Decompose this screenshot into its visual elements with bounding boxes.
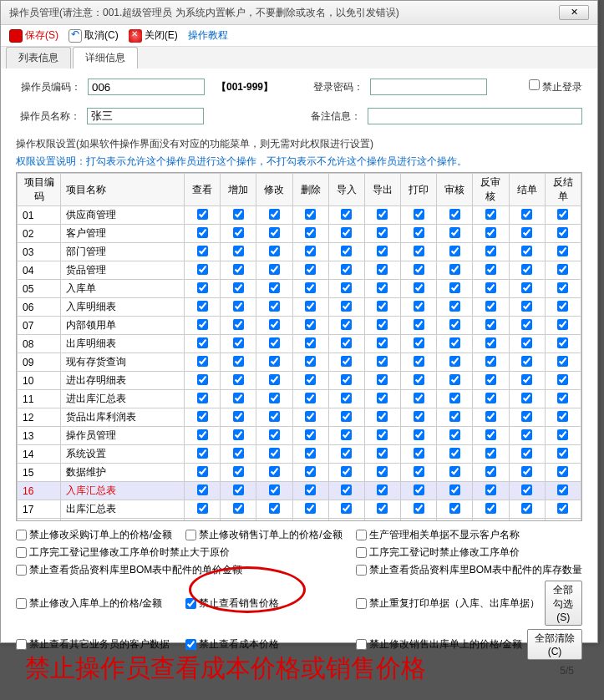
perm-checkbox[interactable] (557, 282, 568, 293)
perm-checkbox[interactable] (341, 466, 352, 477)
perm-checkbox[interactable] (269, 356, 280, 367)
perm-checkbox[interactable] (485, 521, 496, 522)
table-row[interactable]: 12货品出库利润表 (18, 408, 581, 427)
perm-checkbox[interactable] (414, 246, 424, 256)
opt-7[interactable] (356, 565, 367, 576)
perm-checkbox[interactable] (233, 227, 244, 238)
perm-checkbox[interactable] (485, 374, 496, 385)
perm-checkbox[interactable] (449, 374, 460, 385)
perm-checkbox[interactable] (449, 227, 460, 238)
perm-checkbox[interactable] (233, 356, 244, 367)
perm-checkbox[interactable] (341, 264, 352, 275)
perm-checkbox[interactable] (485, 301, 496, 312)
opt-10[interactable] (356, 598, 367, 609)
perm-checkbox[interactable] (377, 503, 388, 514)
perm-checkbox[interactable] (305, 448, 316, 459)
perm-checkbox[interactable] (414, 209, 424, 220)
perm-checkbox[interactable] (233, 319, 244, 330)
perm-checkbox[interactable] (305, 503, 316, 514)
perm-checkbox[interactable] (521, 429, 532, 440)
perm-checkbox[interactable] (341, 209, 352, 220)
perm-checkbox[interactable] (377, 466, 388, 477)
perm-checkbox[interactable] (449, 503, 460, 514)
perm-checkbox[interactable] (377, 264, 388, 275)
perm-checkbox[interactable] (414, 503, 424, 514)
perm-checkbox[interactable] (521, 521, 532, 522)
perm-checkbox[interactable] (557, 337, 568, 348)
perm-checkbox[interactable] (521, 503, 532, 514)
perm-checkbox[interactable] (305, 356, 316, 367)
perm-checkbox[interactable] (485, 411, 496, 422)
perm-checkbox[interactable] (269, 503, 280, 514)
code-input[interactable] (88, 79, 205, 95)
perm-checkbox[interactable] (377, 282, 388, 293)
perm-checkbox[interactable] (521, 356, 532, 367)
perm-checkbox[interactable] (449, 301, 460, 312)
perm-checkbox[interactable] (521, 264, 532, 275)
perm-checkbox[interactable] (305, 209, 316, 220)
perm-checkbox[interactable] (449, 246, 460, 256)
perm-checkbox[interactable] (557, 264, 568, 275)
perm-checkbox[interactable] (233, 264, 244, 275)
perm-checkbox[interactable] (377, 448, 388, 459)
perm-checkbox[interactable] (414, 466, 424, 477)
perm-checkbox[interactable] (197, 337, 208, 348)
perm-checkbox[interactable] (377, 429, 388, 440)
table-row[interactable]: 01供应商管理 (18, 206, 581, 225)
perm-checkbox[interactable] (414, 319, 424, 330)
perm-checkbox[interactable] (233, 282, 244, 293)
opt-4[interactable] (16, 547, 27, 558)
perm-checkbox[interactable] (269, 429, 280, 440)
perm-checkbox[interactable] (485, 429, 496, 440)
table-row[interactable]: 02客户管理 (18, 225, 581, 243)
perm-checkbox[interactable] (449, 393, 460, 403)
table-row[interactable]: 07内部领用单 (18, 317, 581, 335)
perm-checkbox[interactable] (449, 411, 460, 422)
perm-checkbox[interactable] (557, 448, 568, 459)
perm-checkbox[interactable] (233, 503, 244, 514)
perm-checkbox[interactable] (233, 374, 244, 385)
perm-checkbox[interactable] (377, 301, 388, 312)
perm-checkbox[interactable] (449, 337, 460, 348)
perm-checkbox[interactable] (449, 448, 460, 459)
perm-checkbox[interactable] (557, 429, 568, 440)
perm-checkbox[interactable] (233, 429, 244, 440)
perm-checkbox[interactable] (449, 521, 460, 522)
perm-checkbox[interactable] (233, 393, 244, 403)
perm-checkbox[interactable] (449, 429, 460, 440)
perm-checkbox[interactable] (305, 374, 316, 385)
perm-checkbox[interactable] (197, 411, 208, 422)
perm-checkbox[interactable] (414, 374, 424, 385)
perm-checkbox[interactable] (414, 227, 424, 238)
perm-checkbox[interactable] (197, 466, 208, 477)
opt-12[interactable] (185, 639, 196, 650)
perm-checkbox[interactable] (557, 209, 568, 220)
perm-checkbox[interactable] (377, 319, 388, 330)
perm-checkbox[interactable] (197, 484, 208, 495)
perm-checkbox[interactable] (521, 319, 532, 330)
perm-checkbox[interactable] (377, 209, 388, 220)
perm-checkbox[interactable] (197, 429, 208, 440)
perm-checkbox[interactable] (197, 448, 208, 459)
perm-checkbox[interactable] (341, 448, 352, 459)
perm-checkbox[interactable] (233, 466, 244, 477)
perm-checkbox[interactable] (341, 521, 352, 522)
perm-checkbox[interactable] (521, 448, 532, 459)
perm-checkbox[interactable] (341, 356, 352, 367)
opt-1[interactable] (16, 530, 27, 540)
save-button[interactable]: 保存(S) (9, 28, 58, 43)
perm-checkbox[interactable] (521, 209, 532, 220)
table-row[interactable]: 14系统设置 (18, 445, 581, 464)
perm-checkbox[interactable] (269, 521, 280, 522)
table-row[interactable]: 08出库明细表 (18, 335, 581, 353)
perm-checkbox[interactable] (233, 411, 244, 422)
perm-checkbox[interactable] (197, 264, 208, 275)
perm-checkbox[interactable] (485, 282, 496, 293)
table-row[interactable]: 03部门管理 (18, 243, 581, 261)
table-row[interactable]: 18客户欠款明细表 (18, 519, 581, 522)
table-row[interactable]: 10进出存明细表 (18, 372, 581, 390)
perm-checkbox[interactable] (305, 411, 316, 422)
perm-checkbox[interactable] (197, 209, 208, 220)
perm-checkbox[interactable] (485, 209, 496, 220)
perm-checkbox[interactable] (521, 466, 532, 477)
